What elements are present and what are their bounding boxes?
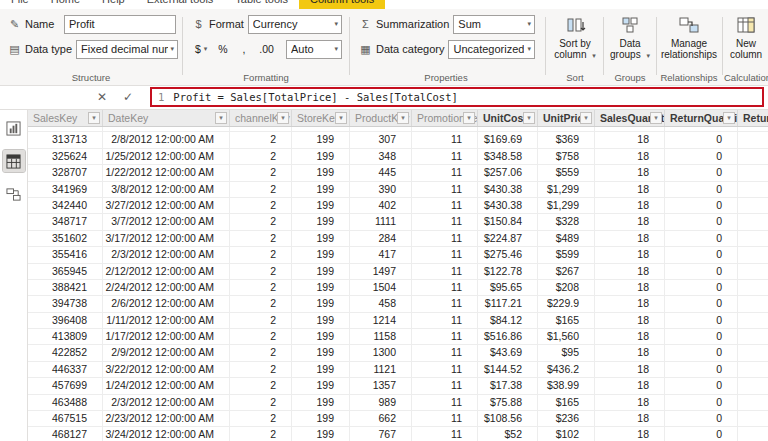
table-row[interactable]: 3419693/8/2012 12:00:00 AM219939011$430.… [28,182,768,198]
table-row[interactable]: 4675152/23/2012 12:00:00 AM219966211$108… [28,411,768,427]
column-header-unitprice[interactable]: UnitPrice▾ [538,110,595,126]
table-cell: 1121 [350,362,412,378]
format-dropdown[interactable]: Currency ▾ [248,15,342,34]
table-row[interactable]: 3659452/12/2012 12:00:00 AM2199149711$12… [28,264,768,280]
table-cell: $224.87 [478,231,538,247]
ribbon-tab-file[interactable]: File [0,0,40,9]
table-cell: 348 [350,149,412,165]
column-header-datekey[interactable]: DateKey▾ [103,110,230,126]
decimal-places-button[interactable]: .00 [256,40,277,58]
data-groups-icon [619,14,641,36]
column-filter-dropdown-icon[interactable]: ▾ [723,112,735,124]
decimal-auto-dropdown[interactable]: Auto ▾ [286,40,342,59]
table-cell: 2 [230,427,292,441]
column-header-saleskey[interactable]: SalesKey▾ [28,110,103,126]
name-input[interactable] [64,15,176,34]
table-row[interactable]: 3137132/8/2012 12:00:00 AM219930711$169.… [28,132,768,148]
data-groups-button[interactable]: Data groups ▾ [606,9,654,61]
table-cell: $169.69 [478,132,538,148]
section-divider [545,17,546,75]
table-row[interactable]: 3947382/6/2012 12:00:00 AM219945811$117.… [28,296,768,312]
table-cell: 2/3/2012 12:00:00 AM [103,247,230,263]
grid-body[interactable]: 3/21/2012 12:00:00 AM2199111803137132/8/… [28,127,768,441]
currency-format-button[interactable]: $▾ [192,40,210,58]
column-filter-dropdown-icon[interactable]: ▾ [650,112,662,124]
ribbon-tab-external-tools[interactable]: External tools [136,0,225,9]
ribbon-tab-table-tools[interactable]: Table tools [224,0,299,9]
table-cell [738,280,768,296]
formula-text: Profit = Sales[TotalPrice] - Sales[Total… [173,91,457,103]
ribbon-tab-help[interactable]: Help [91,0,136,9]
report-view-button[interactable] [3,117,25,139]
percent-format-button[interactable]: % [214,40,231,58]
column-header-label: SalesKey [33,112,77,124]
sort-by-column-button[interactable]: Sort by column ▾ [549,9,601,61]
table-cell: 18 [595,362,665,378]
table-cell: 1/11/2012 12:00:00 AM [103,313,230,329]
table-cell: 463488 [28,395,103,411]
column-header-salesquantity[interactable]: SalesQuantity▾ [595,110,665,126]
table-row[interactable]: 4463373/22/2012 12:00:00 AM2199112111$14… [28,362,768,378]
column-header-productkey[interactable]: ProductKey▾ [350,110,412,126]
column-header-return[interactable]: Return▾ [738,110,768,126]
table-cell: $369 [538,132,595,148]
summarization-dropdown[interactable]: Sum ▾ [453,15,535,34]
column-header-promotionkey[interactable]: PromotionKey▾ [412,110,478,126]
manage-relationships-button[interactable]: Manage relationships [658,9,720,60]
new-column-button[interactable]: New column [724,9,768,60]
section-divider [182,17,183,75]
table-row[interactable]: 3287071/22/2012 12:00:00 AM219944511$257… [28,165,768,181]
column-filter-dropdown-icon[interactable]: ▾ [397,112,409,124]
table-cell: $84.12 [478,313,538,329]
table-cell: 18 [595,247,665,263]
table-cell: 2 [230,165,292,181]
data-view-button[interactable] [3,150,25,172]
model-view-button[interactable] [3,183,25,205]
table-row[interactable]: 4681273/24/2012 12:00:00 AM219976711$52$… [28,427,768,441]
table-row[interactable]: 3516023/17/2012 12:00:00 AM219928411$224… [28,231,768,247]
commit-formula-button[interactable]: ✓ [123,90,133,104]
column-filter-dropdown-icon[interactable]: ▾ [215,112,227,124]
table-row[interactable]: 3487173/7/2012 12:00:00 AM2199111111$150… [28,214,768,230]
formula-input[interactable]: 1 Profit = Sales[TotalPrice] - Sales[Tot… [150,87,764,107]
table-row[interactable]: 3964081/11/2012 12:00:00 AM2199121411$84… [28,313,768,329]
cancel-formula-button[interactable]: ✕ [97,90,107,104]
table-cell: 1111 [350,214,412,230]
column-filter-dropdown-icon[interactable]: ▾ [277,112,289,124]
column-filter-dropdown-icon[interactable]: ▾ [463,112,475,124]
column-header-unitcost[interactable]: UnitCost▾ [478,110,538,126]
table-row[interactable]: 3256241/25/2012 12:00:00 AM219934811$348… [28,149,768,165]
table-row[interactable]: 3424403/27/2012 12:00:00 AM219940211$430… [28,198,768,214]
table-cell: 2 [230,198,292,214]
table-cell: $229.9 [538,296,595,312]
format-label: Format [209,18,244,30]
data-type-dropdown[interactable]: Fixed decimal num... ▾ [76,40,178,59]
decimal-auto-value: Auto [291,43,331,55]
column-header-storekey[interactable]: StoreKey▾ [292,110,350,126]
table-row[interactable]: 4576991/24/2012 12:00:00 AM2199135711$17… [28,378,768,394]
table-cell: 18 [595,329,665,345]
column-header-returnquantity[interactable]: ReturnQuantity▾ [665,110,738,126]
table-cell: $95.65 [478,280,538,296]
table-row[interactable]: 4634882/3/2012 12:00:00 AM219998911$75.8… [28,395,768,411]
table-row[interactable]: 4138091/17/2012 12:00:00 AM2199115811$51… [28,329,768,345]
thousands-separator-button[interactable]: , [235,40,252,58]
table-row[interactable]: 4228522/9/2012 12:00:00 AM2199130011$43.… [28,345,768,361]
table-row[interactable]: 3884212/24/2012 12:00:00 AM2199150411$95… [28,280,768,296]
column-filter-dropdown-icon[interactable]: ▾ [335,112,347,124]
chevron-down-icon: ▾ [204,45,208,53]
ribbon-tab-column-tools[interactable]: Column tools [299,0,385,9]
column-filter-dropdown-icon[interactable]: ▾ [523,112,535,124]
table-cell: 1/22/2012 12:00:00 AM [103,165,230,181]
column-filter-dropdown-icon[interactable]: ▾ [580,112,592,124]
table-cell: 313713 [28,132,103,148]
table-row[interactable]: 3554162/3/2012 12:00:00 AM219941711$275.… [28,247,768,263]
column-filter-dropdown-icon[interactable]: ▾ [88,112,100,124]
data-category-dropdown[interactable]: Uncategorized ▾ [448,40,535,59]
ribbon-tab-home[interactable]: Home [40,0,91,9]
table-cell: $1,299 [538,198,595,214]
table-cell: 348717 [28,214,103,230]
column-header-channelkey[interactable]: channelKey▾ [230,110,292,126]
table-cell: 199 [292,411,350,427]
table-cell: 0 [665,149,738,165]
